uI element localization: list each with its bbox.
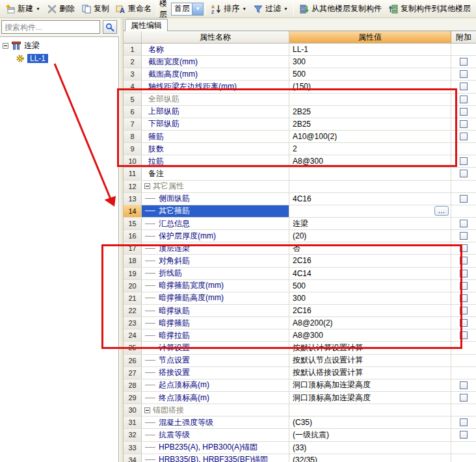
attach-checkbox[interactable] xyxy=(460,394,468,402)
attach-checkbox[interactable] xyxy=(460,133,468,140)
property-value-cell[interactable]: 否 xyxy=(289,242,451,254)
property-name-cell[interactable]: 计算设置 xyxy=(142,342,289,353)
property-name-cell[interactable]: 名称 xyxy=(142,44,289,55)
copy-to-other-floor-button[interactable]: 复制构件到其他楼层 xyxy=(385,1,474,16)
property-value-cell[interactable] xyxy=(289,94,451,105)
property-name-cell[interactable]: 混凝土强度等级 xyxy=(142,417,289,428)
delete-button[interactable]: 删除 xyxy=(44,1,78,16)
property-name-cell[interactable]: 全部纵筋 xyxy=(142,94,289,105)
property-value-cell[interactable]: (150) xyxy=(289,81,451,92)
property-value-cell[interactable]: (33) xyxy=(289,442,451,454)
property-value-cell[interactable]: 按默认节点设置计算 xyxy=(289,355,451,366)
property-value-cell[interactable]: (C35) xyxy=(289,417,451,428)
property-value-cell[interactable]: 300 xyxy=(289,56,451,68)
attach-checkbox[interactable] xyxy=(460,319,468,327)
property-value-cell[interactable] xyxy=(289,168,451,179)
property-name-cell[interactable]: 暗撑拉筋 xyxy=(142,329,289,341)
property-name-cell[interactable]: 暗撑箍筋宽度(mm) xyxy=(142,280,289,292)
property-name-cell[interactable]: 暗撑纵筋 xyxy=(142,305,289,316)
property-name-cell[interactable]: 抗震等级 xyxy=(142,429,289,441)
collapse-icon[interactable] xyxy=(144,407,150,413)
property-name-cell[interactable]: 起点顶标高(m) xyxy=(142,379,289,391)
property-value-cell[interactable]: 500 xyxy=(289,280,451,292)
rename-button[interactable]: A 重命名 xyxy=(112,1,155,16)
property-value-cell[interactable] xyxy=(289,181,451,192)
property-name-cell[interactable]: 肢数 xyxy=(142,143,289,155)
property-name-cell[interactable]: 顶层连梁 xyxy=(142,242,289,254)
attach-checkbox[interactable] xyxy=(460,257,468,264)
property-name-cell[interactable]: 锚固搭接 xyxy=(142,404,289,416)
property-value-cell[interactable]: A8@300 xyxy=(289,155,451,167)
copy-button[interactable]: 复制 xyxy=(78,1,112,16)
attach-checkbox[interactable] xyxy=(460,381,468,389)
property-value-cell[interactable]: 连梁 xyxy=(289,218,451,229)
property-name-cell[interactable]: 拉筋 xyxy=(142,155,289,167)
property-name-cell[interactable]: 下部纵筋 xyxy=(142,118,289,130)
floor-combobox[interactable]: 首层 ▼ xyxy=(171,3,204,16)
sort-button[interactable]: A Z 排序 ▼ xyxy=(208,1,250,16)
property-value-cell[interactable]: 4C16 xyxy=(289,193,451,205)
property-name-cell[interactable]: 其它属性 xyxy=(142,181,289,192)
property-value-cell[interactable]: (20) xyxy=(289,230,451,242)
property-value-cell[interactable]: … xyxy=(289,205,451,217)
property-value-cell[interactable]: A10@100(2) xyxy=(289,131,451,142)
property-name-cell[interactable]: 节点设置 xyxy=(142,355,289,366)
property-value-cell[interactable]: A8@300 xyxy=(289,329,451,341)
copy-from-other-floor-button[interactable]: 从其他楼层复制构件 xyxy=(296,1,385,16)
tree-node-ll1[interactable]: LL-1 xyxy=(0,52,118,64)
property-name-cell[interactable]: 轴线距梁左边线距离(mm) xyxy=(142,81,289,92)
property-name-cell[interactable]: 暗撑箍筋高度(mm) xyxy=(142,292,289,304)
property-value-cell[interactable]: 2C16 xyxy=(289,255,451,266)
attach-checkbox[interactable] xyxy=(460,431,468,439)
property-name-cell[interactable]: 截面高度(mm) xyxy=(142,68,289,80)
attach-checkbox[interactable] xyxy=(460,83,468,90)
property-name-cell[interactable]: 保护层厚度(mm) xyxy=(142,230,289,242)
attach-checkbox[interactable] xyxy=(460,157,468,165)
property-name-cell[interactable]: 备注 xyxy=(142,168,289,179)
property-name-cell[interactable]: 搭接设置 xyxy=(142,367,289,379)
new-button[interactable]: 新建 ▼ xyxy=(2,1,44,16)
attach-checkbox[interactable] xyxy=(460,170,468,177)
attach-checkbox[interactable] xyxy=(460,331,468,339)
combobox-dropdown-button[interactable]: ▼ xyxy=(192,3,203,15)
attach-checkbox[interactable] xyxy=(460,418,468,426)
tree-node-lianliang[interactable]: 连梁 xyxy=(0,40,118,52)
property-name-cell[interactable]: 其它箍筋 xyxy=(142,205,289,217)
property-value-cell[interactable]: 500 xyxy=(289,68,451,80)
property-value-cell[interactable]: LL-1 xyxy=(289,44,451,55)
filter-button[interactable]: 过滤 ▼ xyxy=(250,1,291,16)
property-value-cell[interactable]: A8@200(2) xyxy=(289,317,451,329)
property-value-cell[interactable]: 洞口顶标高加连梁高度 xyxy=(289,392,451,404)
attach-checkbox[interactable] xyxy=(460,232,468,240)
property-name-cell[interactable]: 对角斜筋 xyxy=(142,255,289,266)
attach-checkbox[interactable] xyxy=(460,96,468,103)
attach-checkbox[interactable] xyxy=(460,120,468,128)
property-value-cell[interactable]: 2 xyxy=(289,143,451,155)
property-value-cell[interactable]: (一级抗震) xyxy=(289,429,451,441)
ellipsis-button[interactable]: … xyxy=(434,206,449,216)
attach-checkbox[interactable] xyxy=(460,220,468,227)
attach-checkbox[interactable] xyxy=(460,294,468,302)
collapse-icon[interactable] xyxy=(144,183,150,189)
property-name-cell[interactable]: 折线筋 xyxy=(142,268,289,279)
attach-checkbox[interactable] xyxy=(460,307,468,314)
property-value-cell[interactable]: (32/35) xyxy=(289,454,451,462)
property-value-cell[interactable]: 按默认计算设置计算 xyxy=(289,342,451,353)
property-name-cell[interactable]: HPB235(A), HPB300(A)锚固 xyxy=(142,442,289,454)
property-name-cell[interactable]: 终点顶标高(m) xyxy=(142,392,289,404)
attach-checkbox[interactable] xyxy=(460,244,468,252)
property-value-cell[interactable]: 2B25 xyxy=(289,106,451,118)
property-name-cell[interactable]: 暗撑箍筋 xyxy=(142,317,289,329)
collapse-icon[interactable] xyxy=(3,43,8,49)
property-name-cell[interactable]: 侧面纵筋 xyxy=(142,193,289,205)
property-value-cell[interactable]: 按默认搭接设置计算 xyxy=(289,367,451,379)
search-input[interactable] xyxy=(1,20,100,34)
attach-checkbox[interactable] xyxy=(460,58,468,66)
attach-checkbox[interactable] xyxy=(460,70,468,78)
attach-checkbox[interactable] xyxy=(460,195,468,203)
attach-checkbox[interactable] xyxy=(460,108,468,116)
property-value-cell[interactable]: 2B25 xyxy=(289,118,451,130)
property-value-cell[interactable] xyxy=(289,404,451,416)
property-value-cell[interactable]: 洞口顶标高加连梁高度 xyxy=(289,379,451,391)
property-value-cell[interactable]: 4C14 xyxy=(289,268,451,279)
